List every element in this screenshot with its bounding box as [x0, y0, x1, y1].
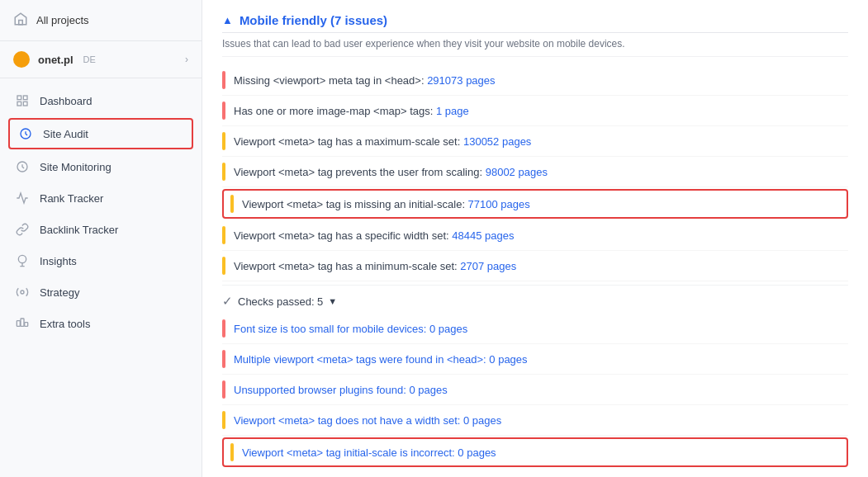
- issue-item: Viewport <meta> tag has a specific width…: [222, 220, 848, 251]
- issue-item: Viewport <meta> tag has a maximum-scale …: [222, 126, 848, 157]
- sidebar: All projects onet.pl DE › Dashboard: [0, 0, 202, 477]
- issue-text: Has one or more image-map <map> tags: 1 …: [234, 105, 848, 117]
- issue-count: 0 pages: [409, 384, 447, 396]
- issue-item: Viewport <meta> tag has a minimum-scale …: [222, 251, 848, 281]
- section-description: Issues that can lead to bad user experie…: [222, 38, 848, 57]
- nav-list: Dashboard Site Audit Site Monitoring: [0, 78, 202, 346]
- svg-rect-10: [25, 323, 28, 327]
- site-audit-icon: [18, 126, 33, 141]
- issue-text: Viewport <meta> tag has a maximum-scale …: [234, 135, 848, 148]
- svg-rect-9: [21, 319, 24, 326]
- passed-issue-item: Multiple viewport <meta> tags were found…: [222, 344, 848, 375]
- project-dot: [13, 51, 30, 68]
- issue-text: Viewport <meta> tag initial-scale is inc…: [242, 446, 840, 459]
- passed-issues-list: Font size is too small for mobile device…: [222, 314, 848, 467]
- issue-severity-bar: [222, 411, 225, 429]
- dashboard-icon: [15, 93, 30, 108]
- issue-severity-bar: [222, 132, 225, 150]
- extra-tools-label: Extra tools: [40, 318, 90, 330]
- issue-count: 0 pages: [458, 446, 496, 459]
- site-monitoring-icon: [15, 159, 30, 174]
- project-lang: DE: [83, 54, 96, 64]
- check-circle-icon: ✓: [222, 294, 233, 309]
- issue-text: Viewport <meta> tag has a specific width…: [234, 229, 848, 242]
- svg-rect-4: [23, 102, 27, 106]
- issue-text: Viewport <meta> tag is missing an initia…: [242, 198, 840, 210]
- checks-passed-label: Checks passed: 5: [238, 295, 323, 308]
- sidebar-item-backlink-tracker[interactable]: Backlink Tracker: [0, 214, 202, 245]
- issue-count: 0 pages: [489, 353, 527, 366]
- issue-severity-bar: [222, 380, 225, 399]
- issue-text: Viewport <meta> tag has a minimum-scale …: [234, 260, 848, 272]
- issue-item-highlighted: Viewport <meta> tag is missing an initia…: [222, 189, 848, 219]
- issue-text: Viewport <meta> tag does not have a widt…: [234, 414, 848, 427]
- checks-passed-row[interactable]: ✓ Checks passed: 5 ▼: [222, 285, 848, 314]
- issue-count: 98002 pages: [486, 166, 548, 178]
- sidebar-item-site-audit[interactable]: Site Audit: [8, 118, 193, 149]
- chevron-up-icon: ▲: [222, 14, 233, 26]
- section-header: ▲ Mobile friendly (7 issues): [222, 0, 848, 33]
- section-title: Mobile friendly (7 issues): [240, 13, 387, 27]
- issue-count: 1 page: [436, 105, 469, 117]
- project-arrow-icon: ›: [185, 54, 188, 65]
- issue-count: 130052 pages: [463, 135, 531, 148]
- passed-issue-item: Unsupported browser plugins found: 0 pag…: [222, 375, 848, 405]
- issue-item: Has one or more image-map <map> tags: 1 …: [222, 96, 848, 126]
- issue-item: Viewport <meta> tag prevents the user fr…: [222, 157, 848, 187]
- passed-issue-item: Font size is too small for mobile device…: [222, 314, 848, 344]
- issue-severity-bar: [222, 102, 225, 120]
- insights-label: Insights: [40, 255, 77, 267]
- sidebar-item-extra-tools[interactable]: Extra tools: [0, 308, 202, 339]
- site-monitoring-label: Site Monitoring: [40, 161, 111, 173]
- svg-point-7: [21, 290, 24, 294]
- svg-rect-0: [19, 21, 23, 25]
- issue-text: Multiple viewport <meta> tags were found…: [234, 353, 848, 366]
- expand-icon[interactable]: ▼: [328, 296, 337, 306]
- issue-severity-bar: [230, 195, 234, 213]
- sidebar-item-dashboard[interactable]: Dashboard: [0, 85, 202, 116]
- issue-severity-bar: [222, 257, 225, 275]
- sidebar-item-site-monitoring[interactable]: Site Monitoring: [0, 151, 202, 182]
- svg-rect-8: [17, 321, 20, 327]
- issue-severity-bar: [230, 443, 234, 461]
- issue-item: Missing <viewport> meta tag in <head>: 2…: [222, 65, 848, 96]
- all-projects-label: All projects: [36, 14, 89, 26]
- issue-severity-bar: [222, 163, 225, 181]
- issue-severity-bar: [222, 226, 225, 244]
- dashboard-label: Dashboard: [40, 95, 92, 107]
- home-icon: [13, 12, 28, 29]
- site-audit-label: Site Audit: [43, 128, 88, 140]
- strategy-icon: [15, 285, 30, 300]
- sidebar-item-insights[interactable]: Insights: [0, 245, 202, 276]
- issues-list: Missing <viewport> meta tag in <head>: 2…: [222, 65, 848, 281]
- project-row[interactable]: onet.pl DE ›: [0, 41, 202, 78]
- issue-severity-bar: [222, 71, 225, 89]
- sidebar-item-rank-tracker[interactable]: Rank Tracker: [0, 182, 202, 214]
- all-projects-row[interactable]: All projects: [0, 0, 202, 41]
- strategy-label: Strategy: [40, 286, 79, 299]
- issue-text: Missing <viewport> meta tag in <head>: 2…: [234, 74, 848, 87]
- issue-text: Font size is too small for mobile device…: [234, 323, 848, 335]
- rank-tracker-label: Rank Tracker: [40, 192, 103, 205]
- issue-text: Unsupported browser plugins found: 0 pag…: [234, 384, 848, 396]
- issue-count: 291073 pages: [427, 74, 495, 87]
- issue-count: 48445 pages: [452, 229, 514, 242]
- issue-severity-bar: [222, 350, 225, 368]
- issue-count: 2707 pages: [460, 260, 516, 272]
- issue-count: 77100 pages: [468, 198, 530, 210]
- issue-severity-bar: [222, 319, 225, 338]
- svg-rect-1: [17, 96, 21, 100]
- extra-tools-icon: [15, 316, 30, 331]
- rank-tracker-icon: [15, 191, 30, 205]
- sidebar-item-strategy[interactable]: Strategy: [0, 276, 202, 308]
- svg-rect-2: [23, 96, 27, 100]
- svg-rect-3: [17, 102, 21, 106]
- backlink-tracker-icon: [15, 222, 30, 237]
- issue-text: Viewport <meta> tag prevents the user fr…: [234, 166, 848, 178]
- passed-issue-item-highlighted: Viewport <meta> tag initial-scale is inc…: [222, 437, 848, 467]
- insights-icon: [15, 253, 30, 268]
- issue-count: 0 pages: [429, 323, 467, 335]
- main-content: ▲ Mobile friendly (7 issues) Issues that…: [202, 0, 868, 477]
- passed-issue-item: Viewport <meta> tag does not have a widt…: [222, 405, 848, 436]
- project-name: onet.pl: [38, 54, 74, 66]
